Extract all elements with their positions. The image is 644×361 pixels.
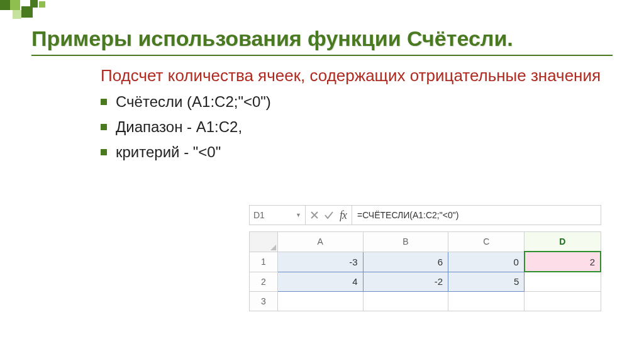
bullet-text: Счётесли (A1:С2;"<0") — [116, 93, 613, 111]
cell-a1[interactable]: -3 — [278, 252, 364, 272]
slide-title: Примеры использования функции Счётесли. — [31, 25, 613, 56]
cell-a3[interactable] — [278, 292, 364, 311]
cancel-icon[interactable] — [311, 211, 318, 219]
bullet-item: критерий - "<0" — [101, 143, 613, 161]
name-box[interactable]: D1 ▼ — [250, 206, 306, 225]
bullet-item: Диапазон - А1:С2, — [101, 118, 613, 136]
formula-input[interactable]: =СЧЁТЕСЛИ(A1:C2;"<0") — [352, 206, 601, 225]
cell-d3[interactable] — [525, 292, 601, 311]
cell-b1[interactable]: 6 — [363, 252, 448, 272]
cell-d1[interactable]: 2 — [525, 252, 601, 272]
bullet-item: Счётесли (A1:С2;"<0") — [101, 93, 613, 111]
select-all-corner[interactable] — [250, 232, 278, 252]
fx-icon[interactable]: fx — [340, 209, 347, 222]
formula-text: =СЧЁТЕСЛИ(A1:C2;"<0") — [357, 210, 458, 220]
col-header-d[interactable]: D — [525, 232, 601, 252]
col-header-b[interactable]: B — [363, 232, 448, 252]
bullet-marker — [101, 124, 107, 130]
spreadsheet-grid[interactable]: A B C D 1 -3 6 0 2 2 4 -2 5 3 — [249, 231, 601, 311]
cell-b3[interactable] — [363, 292, 448, 311]
name-box-value: D1 — [253, 210, 265, 220]
slide-subtitle: Подсчет количества ячеек, содержащих отр… — [101, 65, 613, 87]
formula-bar: D1 ▼ fx =СЧЁТЕСЛИ(A1:C2;"<0") — [249, 205, 601, 225]
bullet-marker — [101, 149, 107, 155]
row-header-2[interactable]: 2 — [250, 272, 278, 292]
bullet-text: Диапазон - А1:С2, — [116, 118, 613, 136]
row-header-3[interactable]: 3 — [250, 292, 278, 311]
col-header-a[interactable]: A — [278, 232, 364, 252]
excel-screenshot: D1 ▼ fx =СЧЁТЕСЛИ(A1:C2;"<0") A B C D — [249, 205, 601, 311]
cell-c1[interactable]: 0 — [448, 252, 525, 272]
formula-bar-buttons: fx — [306, 206, 352, 225]
dropdown-icon: ▼ — [296, 212, 301, 218]
col-header-c[interactable]: C — [448, 232, 525, 252]
cell-c2[interactable]: 5 — [448, 272, 525, 292]
cell-a2[interactable]: 4 — [278, 272, 364, 292]
cell-c3[interactable] — [448, 292, 525, 311]
bullet-list: Счётесли (A1:С2;"<0") Диапазон - А1:С2, … — [101, 93, 613, 161]
cell-b2[interactable]: -2 — [363, 272, 448, 292]
decorative-squares — [0, 0, 126, 25]
bullet-text: критерий - "<0" — [116, 143, 613, 161]
enter-icon[interactable] — [325, 211, 333, 219]
row-header-1[interactable]: 1 — [250, 252, 278, 272]
table-row: 3 — [250, 292, 601, 311]
bullet-marker — [101, 99, 107, 105]
cell-d2[interactable] — [525, 272, 601, 292]
table-row: 2 4 -2 5 — [250, 272, 601, 292]
table-row: 1 -3 6 0 2 — [250, 252, 601, 272]
